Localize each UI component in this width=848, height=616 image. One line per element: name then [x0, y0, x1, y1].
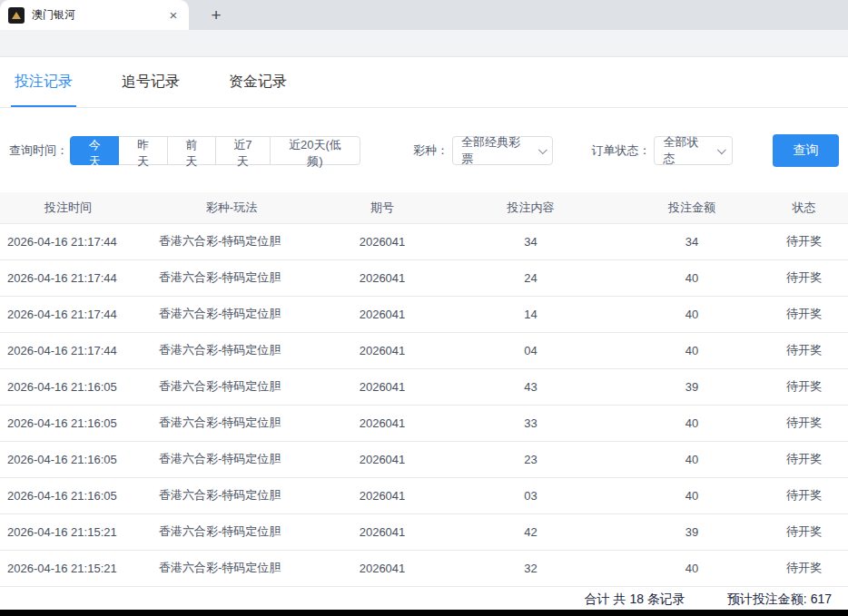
table-row: 2026-04-16 21:16:05香港六合彩-特码定位胆2026041234… [0, 441, 848, 477]
time-filter-day-before-yesterday[interactable]: 前天 [167, 136, 216, 165]
lottery-select-value: 全部经典彩票 [461, 134, 529, 167]
table-row: 2026-04-16 21:17:44香港六合彩-特码定位胆2026041044… [0, 332, 848, 368]
lottery-filter-label: 彩种： [413, 142, 449, 159]
tab-chase-records[interactable]: 追号记录 [118, 73, 183, 107]
cell-bet-amount: 40 [624, 405, 760, 441]
cell-lottery-play: 香港六合彩-特码定位胆 [136, 223, 327, 259]
table-row: 2026-04-16 21:15:21香港六合彩-特码定位胆2026041423… [0, 513, 848, 550]
cell-bet-content: 03 [438, 477, 624, 513]
cell-bet-amount: 40 [624, 296, 760, 332]
cell-status: 待开奖 [760, 332, 848, 368]
browser-toolbar [0, 30, 848, 57]
cell-issue-number: 2026041 [327, 513, 438, 550]
galaxy-logo-icon [8, 7, 25, 24]
cell-status: 待开奖 [760, 259, 848, 296]
total-records-text: 合计 共 18 条记录 [585, 592, 685, 608]
new-tab-button[interactable]: + [203, 0, 229, 30]
cell-bet-content: 43 [438, 368, 624, 405]
cell-lottery-play: 香港六合彩-特码定位胆 [136, 296, 327, 332]
cell-lottery-play: 香港六合彩-特码定位胆 [136, 477, 327, 513]
col-header-status: 状态 [760, 192, 848, 223]
cell-bet-content: 34 [438, 223, 624, 259]
cell-status: 待开奖 [760, 513, 848, 550]
col-header-bet-content: 投注内容 [438, 192, 624, 223]
cell-bet-time: 2026-04-16 21:17:44 [0, 332, 136, 368]
query-button[interactable]: 查询 [773, 134, 839, 167]
records-tbody: 2026-04-16 21:17:44香港六合彩-特码定位胆2026041343… [0, 223, 848, 586]
cell-issue-number: 2026041 [327, 332, 438, 368]
cell-bet-amount: 34 [624, 223, 760, 259]
col-header-bet-time: 投注时间 [0, 192, 136, 223]
cell-bet-content: 14 [438, 296, 624, 332]
cell-bet-amount: 39 [624, 368, 760, 405]
cell-bet-content: 32 [438, 550, 624, 586]
cell-bet-time: 2026-04-16 21:15:21 [0, 513, 136, 550]
cell-issue-number: 2026041 [327, 405, 438, 441]
cell-bet-content: 33 [438, 405, 624, 441]
cell-bet-time: 2026-04-16 21:16:05 [0, 405, 136, 441]
cell-bet-content: 04 [438, 332, 624, 368]
col-header-lottery-play: 彩种-玩法 [136, 192, 327, 223]
cell-bet-time: 2026-04-16 21:17:44 [0, 223, 136, 259]
table-row: 2026-04-16 21:16:05香港六合彩-特码定位胆2026041334… [0, 405, 848, 441]
cell-issue-number: 2026041 [327, 477, 438, 513]
tab-fund-records[interactable]: 资金记录 [225, 73, 291, 107]
cell-bet-time: 2026-04-16 21:17:44 [0, 259, 136, 296]
time-filter-yesterday[interactable]: 昨天 [118, 136, 167, 165]
cell-issue-number: 2026041 [327, 550, 438, 586]
tab-close-icon[interactable]: × [165, 7, 182, 23]
table-row: 2026-04-16 21:16:05香港六合彩-特码定位胆2026041034… [0, 477, 848, 513]
cell-lottery-play: 香港六合彩-特码定位胆 [136, 441, 327, 477]
time-filter-group: 今天昨天前天近7天近20天(低频) [70, 136, 360, 165]
cell-status: 待开奖 [760, 477, 848, 513]
browser-tabstrip: 澳门银河 × + [0, 0, 848, 30]
cell-bet-time: 2026-04-16 21:16:05 [0, 477, 136, 513]
browser-tab-title: 澳门银河 [32, 7, 158, 23]
status-select-value: 全部状态 [663, 134, 708, 167]
cell-status: 待开奖 [760, 405, 848, 441]
chevron-down-icon [717, 145, 726, 154]
record-tabs: 投注记录追号记录资金记录 [0, 57, 848, 108]
cell-bet-time: 2026-04-16 21:15:21 [0, 550, 136, 586]
cell-lottery-play: 香港六合彩-特码定位胆 [136, 513, 327, 550]
cell-bet-amount: 40 [624, 441, 760, 477]
cell-status: 待开奖 [760, 368, 848, 405]
time-filter-today[interactable]: 今天 [70, 136, 119, 165]
cell-bet-time: 2026-04-16 21:16:05 [0, 368, 136, 405]
cell-bet-amount: 40 [624, 550, 760, 586]
table-row: 2026-04-16 21:17:44香港六合彩-特码定位胆2026041244… [0, 259, 848, 296]
cell-bet-content: 24 [438, 259, 624, 296]
table-row: 2026-04-16 21:17:44香港六合彩-特码定位胆2026041144… [0, 296, 848, 332]
bottom-black-bar [0, 610, 848, 616]
table-row: 2026-04-16 21:15:21香港六合彩-特码定位胆2026041324… [0, 550, 848, 586]
table-header-row: 投注时间彩种-玩法期号投注内容投注金额状态 [0, 192, 848, 223]
summary-bar: 合计 共 18 条记录 预计投注金额: 617 [0, 587, 848, 612]
cell-status: 待开奖 [760, 550, 848, 586]
filter-bar: 查询时间： 今天昨天前天近7天近20天(低频) 彩种： 全部经典彩票 订单状态：… [0, 108, 848, 192]
cell-issue-number: 2026041 [327, 296, 438, 332]
cell-bet-amount: 40 [624, 259, 760, 296]
cell-bet-amount: 40 [624, 477, 760, 513]
cell-lottery-play: 香港六合彩-特码定位胆 [136, 550, 327, 586]
browser-tab[interactable]: 澳门银河 × [0, 0, 189, 30]
records-table: 投注时间彩种-玩法期号投注内容投注金额状态 2026-04-16 21:17:4… [0, 192, 848, 587]
tab-bet-records[interactable]: 投注记录 [11, 73, 76, 107]
cell-status: 待开奖 [760, 223, 848, 259]
cell-bet-amount: 40 [624, 332, 760, 368]
cell-bet-time: 2026-04-16 21:16:05 [0, 441, 136, 477]
estimated-amount-text: 预计投注金额: 617 [727, 592, 832, 608]
cell-issue-number: 2026041 [327, 368, 438, 405]
time-filter-last-20-days-low-freq[interactable]: 近20天(低频) [270, 136, 360, 165]
status-filter-label: 订单状态： [591, 142, 650, 159]
cell-status: 待开奖 [760, 296, 848, 332]
cell-issue-number: 2026041 [327, 259, 438, 296]
cell-bet-content: 42 [438, 513, 624, 550]
col-header-issue-number: 期号 [327, 192, 438, 223]
cell-issue-number: 2026041 [327, 223, 438, 259]
time-filter-label: 查询时间： [9, 142, 68, 159]
status-select[interactable]: 全部状态 [654, 136, 732, 165]
lottery-select[interactable]: 全部经典彩票 [452, 136, 553, 165]
col-header-bet-amount: 投注金额 [624, 192, 760, 223]
time-filter-last-7-days[interactable]: 近7天 [215, 136, 271, 165]
cell-status: 待开奖 [760, 441, 848, 477]
